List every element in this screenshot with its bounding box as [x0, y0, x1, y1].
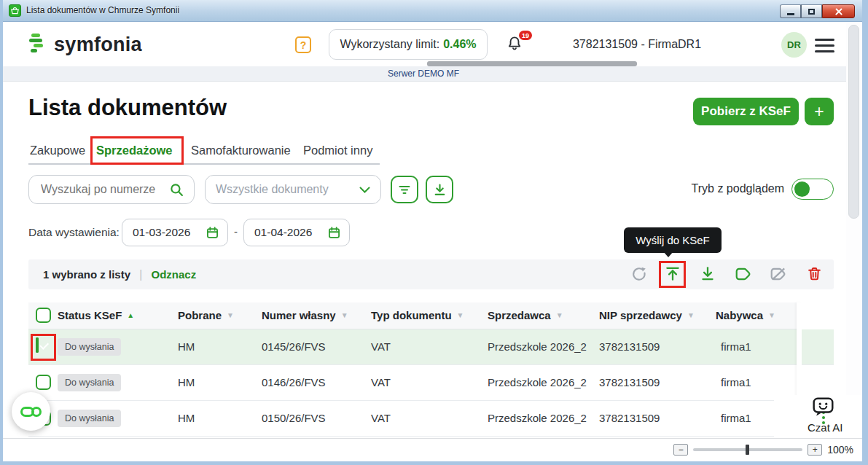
annotation-box-send-icon [659, 261, 686, 288]
search-icon[interactable] [170, 183, 184, 197]
server-banner: Serwer DEMO MF [0, 66, 847, 82]
export-button[interactable] [426, 176, 453, 203]
cell-pobrane: HM [178, 376, 195, 388]
chat-smiley-icon[interactable] [812, 396, 835, 421]
table-row[interactable]: Do wysłania HM 0146/26/FVS VAT Przedszko… [28, 365, 834, 401]
selection-divider: | [139, 267, 142, 282]
usage-limit-pill: Wykorzystany limit: 0.46% [329, 29, 488, 60]
cell-numer-wlasny: 0145/26/FVS [262, 340, 326, 353]
app-window: Lista dokumentów w Chmurze Symfonii symf… [0, 0, 868, 465]
issue-date-label: Data wystawienia: [28, 226, 120, 239]
select-all-checkbox[interactable] [36, 308, 51, 323]
vertical-scrollbar[interactable] [846, 22, 862, 438]
tag-off-icon [770, 267, 787, 281]
cell-nabywca: firma1 [721, 412, 751, 424]
delete-button[interactable] [805, 265, 824, 284]
filter-button[interactable] [391, 176, 418, 203]
cell-numer-wlasny: 0150/26/FVS [262, 412, 326, 424]
zoom-in-button[interactable]: + [808, 444, 822, 456]
menu-icon[interactable] [815, 39, 834, 52]
column-sprzedawca[interactable]: Sprzedawca▼ [488, 309, 563, 321]
sort-desc-icon: ▼ [457, 311, 464, 319]
sort-desc-icon: ▼ [556, 311, 563, 319]
symfonia-logo-icon [29, 34, 48, 54]
sort-asc-icon: ▲ [127, 311, 134, 319]
zoom-control: − + 100% [673, 444, 853, 456]
table-row[interactable]: Do wysłania HM 0145/26/FVS VAT Przedszko… [28, 329, 834, 365]
cell-pobrane: HM [178, 340, 195, 353]
date-from-value: 01-03-2026 [133, 226, 190, 239]
cell-numer-wlasny: 0146/26/FVS [262, 376, 326, 388]
cell-nabywca: firma1 [721, 340, 751, 353]
cell-typ: VAT [371, 412, 391, 424]
deselect-link[interactable]: Odznacz [151, 268, 196, 281]
column-typ-dokumentu[interactable]: Typ dokumentu▼ [371, 309, 464, 321]
selection-count: 1 wybrano z listy [43, 268, 130, 281]
date-range-separator: - [234, 225, 238, 238]
send-to-ksef-tooltip: Wyślij do KSeF [624, 227, 722, 253]
help-icon[interactable]: ? [295, 36, 311, 53]
title-bar: Lista dokumentów w Chmurze Symfonii [0, 0, 868, 22]
tag-icon [735, 267, 752, 281]
preview-mode-toggle[interactable] [791, 179, 834, 200]
status-bar: − + 100% [0, 438, 868, 461]
tab-samofakturowanie[interactable]: Samofakturowanie [191, 144, 291, 157]
zoom-slider[interactable] [693, 448, 802, 451]
notifications-button[interactable]: 19 [506, 34, 531, 57]
tab-podmiot-inny[interactable]: Podmiot inny [303, 144, 372, 157]
column-numer-wlasny[interactable]: Numer własny▼ [262, 309, 348, 321]
filter-icon [398, 183, 411, 196]
zoom-slider-handle[interactable] [746, 445, 749, 455]
table-row[interactable]: Do wysłania HM 0150/26/FVS VAT Przedszko… [28, 401, 834, 437]
symfonia-logo-text: symfonia [54, 34, 142, 56]
avatar[interactable]: DR [781, 32, 807, 58]
fetch-from-ksef-button[interactable]: Pobierz z KSeF [693, 98, 799, 125]
sort-desc-icon: ▼ [341, 311, 348, 319]
usage-limit-label: Wykorzystany limit: [340, 38, 439, 51]
window-title: Lista dokumentów w Chmurze Symfonii [26, 5, 179, 15]
date-to-input[interactable]: 01-04-2026 [243, 219, 350, 246]
document-type-value: Wszystkie dokumenty [216, 183, 329, 196]
notification-count-badge: 19 [519, 31, 532, 40]
column-pobrane[interactable]: Pobrane▼ [178, 309, 234, 321]
search-input[interactable] [39, 182, 163, 197]
horizontal-scrollbar-thumb[interactable] [427, 61, 637, 66]
column-nip-sprzedawcy[interactable]: NIP sprzedawcy▼ [599, 309, 695, 321]
chat-widget-icon [31, 407, 42, 417]
minimize-button[interactable] [780, 4, 801, 18]
untag-button[interactable] [769, 265, 788, 284]
account-name: 3782131509 - FirmaDR1 [564, 38, 710, 51]
cell-nip: 3782131509 [599, 376, 660, 388]
chat-ai-button[interactable]: Czat AI [774, 395, 863, 438]
annotation-box-row-checkbox [31, 334, 56, 361]
date-from-input[interactable]: 01-03-2026 [122, 219, 228, 246]
column-nabywca[interactable]: Nabywca▼ [716, 309, 775, 321]
app-basket-icon [9, 4, 21, 17]
chat-ai-label: Czat AI [808, 421, 842, 434]
add-document-button[interactable]: + [805, 98, 834, 125]
table-header: Status KSeF▲ Pobrane▼ Numer własny▼ Typ … [28, 302, 834, 329]
cell-nabywca: firma1 [721, 376, 751, 388]
cell-typ: VAT [371, 340, 391, 353]
row-checkbox[interactable] [36, 375, 51, 390]
vertical-scrollbar-thumb[interactable] [848, 25, 859, 219]
refresh-button[interactable] [630, 265, 649, 284]
tab-zakupowe[interactable]: Zakupowe [30, 144, 85, 157]
column-status-ksef[interactable]: Status KSeF▲ [58, 309, 134, 321]
zoom-out-button[interactable]: − [673, 444, 688, 456]
tabs-underline [28, 163, 380, 165]
status-badge: Do wysłania [58, 338, 121, 356]
close-button[interactable] [822, 4, 855, 18]
trash-icon [807, 266, 822, 282]
toggle-knob [794, 181, 810, 197]
status-badge: Do wysłania [58, 410, 121, 427]
chevron-down-icon [359, 187, 370, 193]
tag-button[interactable] [734, 265, 753, 284]
page-title: Lista dokumentów [28, 95, 227, 121]
window-controls [780, 4, 855, 18]
restore-button[interactable] [801, 4, 822, 18]
status-badge: Do wysłania [58, 374, 121, 391]
document-type-select[interactable]: Wszystkie dokumenty [205, 175, 381, 204]
chat-widget-button[interactable] [12, 392, 50, 431]
download-documents-button[interactable] [698, 265, 717, 284]
